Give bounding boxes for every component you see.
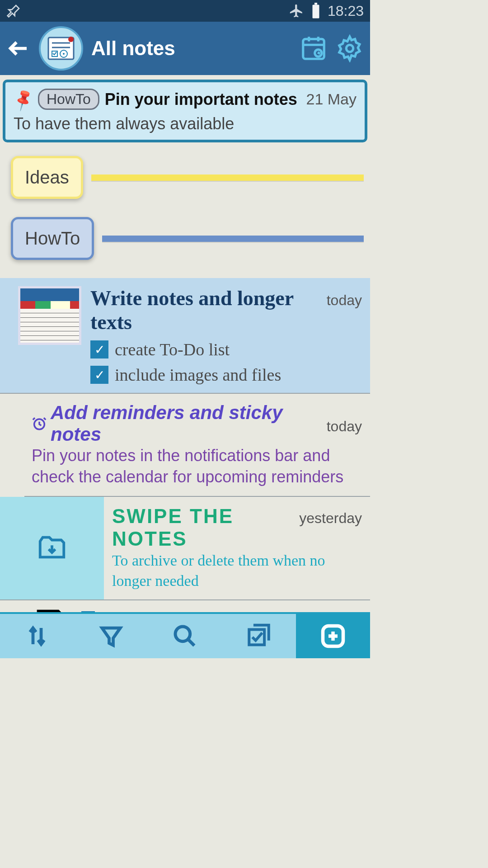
status-time: 18:23 xyxy=(328,3,364,19)
calendar-icon[interactable] xyxy=(300,34,328,62)
page-title: All notes xyxy=(91,37,291,60)
search-button[interactable] xyxy=(148,614,222,658)
archive-reveal[interactable] xyxy=(0,497,104,600)
filter-button[interactable] xyxy=(74,614,148,658)
category-line xyxy=(91,175,364,181)
bottom-toolbar xyxy=(0,612,370,658)
alarm-icon xyxy=(32,416,47,431)
checklist-label: include images and files xyxy=(115,365,281,385)
pinned-note[interactable]: 📌 HowTo Pin your important notes 21 May … xyxy=(3,80,367,142)
sort-button[interactable] xyxy=(0,614,74,658)
checkbox-icon[interactable]: ✓ xyxy=(90,340,108,359)
svg-point-8 xyxy=(68,37,74,42)
pinned-title: Pin your important notes xyxy=(105,90,301,109)
app-bar: All notes xyxy=(0,22,370,75)
category-header-ideas: Ideas xyxy=(11,156,364,199)
status-bar: 18:23 xyxy=(0,0,370,22)
checklist-label: create To-Do list xyxy=(115,340,230,359)
gear-icon[interactable] xyxy=(336,34,364,62)
checklist-item: ✓ create To-Do list xyxy=(90,340,362,359)
note-body: To archive or delete them when no longer… xyxy=(112,550,362,592)
note-reminders[interactable]: Add reminders and sticky notes today Pin… xyxy=(24,394,370,497)
pin-status-icon xyxy=(6,4,21,18)
note-date: today xyxy=(327,292,362,309)
select-all-button[interactable] xyxy=(222,614,296,658)
pinned-body: To have them always available xyxy=(14,114,357,133)
svg-point-7 xyxy=(63,53,65,55)
svg-point-13 xyxy=(175,627,190,642)
add-note-button[interactable] xyxy=(296,614,370,658)
back-button[interactable] xyxy=(6,36,31,61)
svg-point-11 xyxy=(346,45,353,52)
pinned-date: 21 May xyxy=(306,90,357,108)
note-write[interactable]: Write notes and longer texts today ✓ cre… xyxy=(0,278,370,394)
pin-icon: 📌 xyxy=(10,87,36,112)
category-line xyxy=(102,236,364,242)
battery-icon xyxy=(311,3,320,19)
checklist-item: ✓ include images and files xyxy=(90,365,362,385)
archive-folder-icon xyxy=(34,532,70,564)
svg-rect-1 xyxy=(314,3,317,5)
note-date: today xyxy=(327,418,362,435)
app-icon[interactable] xyxy=(39,26,83,71)
pinned-tag: HowTo xyxy=(38,89,99,110)
svg-rect-0 xyxy=(312,5,319,19)
note-title: SWIPE THE NOTES xyxy=(112,505,299,550)
category-header-howto: HowTo xyxy=(11,217,364,260)
note-swipe[interactable]: SWIPE THE NOTES yesterday To archive or … xyxy=(0,497,370,601)
note-thumbnail xyxy=(18,286,81,345)
category-chip-howto[interactable]: HowTo xyxy=(11,217,94,260)
category-chip-ideas[interactable]: Ideas xyxy=(11,156,83,199)
note-title: Write notes and longer texts xyxy=(90,286,327,334)
airplane-mode-icon xyxy=(289,3,304,19)
note-title: Add reminders and sticky notes xyxy=(51,402,327,445)
note-body: Pin your notes in the notifications bar … xyxy=(32,445,362,488)
checkbox-icon[interactable]: ✓ xyxy=(90,366,108,384)
note-date: yesterday xyxy=(299,510,362,527)
